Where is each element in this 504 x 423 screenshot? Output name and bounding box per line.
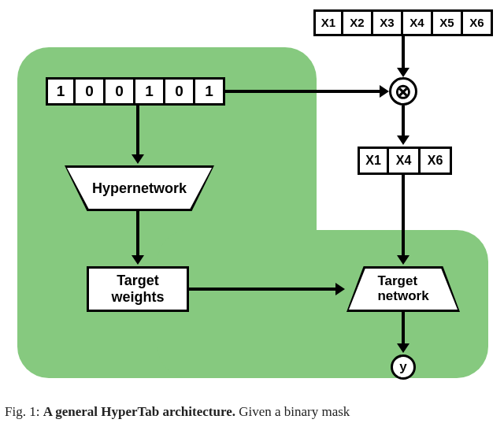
feature-cell: X2 <box>343 9 373 36</box>
target-network-label: Target network <box>349 269 458 310</box>
caption-bold: A general HyperTab architecture. <box>43 404 235 419</box>
multiply-glyph: ⊗ <box>395 81 412 102</box>
output-label: y <box>399 359 406 375</box>
output-node: y <box>391 354 416 380</box>
feature-cell: X4 <box>403 9 433 36</box>
feature-cell: X3 <box>373 9 403 36</box>
mask-cell: 0 <box>165 77 195 106</box>
mask-row: 1 0 0 1 0 1 <box>46 77 225 106</box>
mask-cell: 1 <box>195 77 225 106</box>
feature-cell: X6 <box>421 147 452 175</box>
arrow <box>402 106 405 137</box>
mask-cell: 1 <box>135 77 165 106</box>
multiply-node: ⊗ <box>389 77 417 106</box>
feature-row-selected: X1 X4 X6 <box>358 147 452 175</box>
arrow <box>136 106 139 156</box>
hypernetwork-block: Hypernetwork <box>65 165 214 211</box>
feature-cell: X1 <box>358 147 389 175</box>
arrow <box>402 312 405 345</box>
arrow <box>402 36 405 69</box>
mask-cell: 0 <box>106 77 135 106</box>
feature-row-all: X1 X2 X3 X4 X5 X6 <box>313 9 493 36</box>
diagram: X1 X2 X3 X4 X5 X6 1 0 0 1 0 1 ⊗ X1 X4 X6… <box>0 0 504 423</box>
feature-cell: X6 <box>463 9 493 36</box>
feature-cell: X1 <box>313 9 343 36</box>
target-weights-block: Target weights <box>87 266 189 312</box>
mask-cell: 0 <box>76 77 106 106</box>
arrow <box>136 211 139 257</box>
mask-cell: 1 <box>46 77 76 106</box>
feature-cell: X5 <box>433 9 463 36</box>
caption-rest: Given a binary mask <box>235 404 350 419</box>
arrow <box>189 288 337 291</box>
arrow <box>402 175 405 257</box>
target-network-block: Target network <box>346 266 460 312</box>
hypernetwork-label: Hypernetwork <box>67 168 212 209</box>
arrow <box>224 90 381 93</box>
caption-prefix: Fig. 1: <box>5 404 43 419</box>
figure-caption: Fig. 1: A general HyperTab architecture.… <box>0 404 504 420</box>
feature-cell: X4 <box>389 147 421 175</box>
